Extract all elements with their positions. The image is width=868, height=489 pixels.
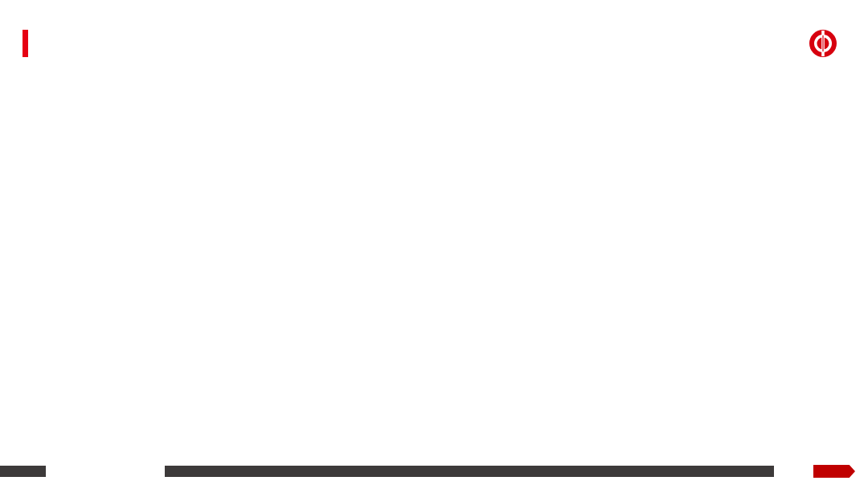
section-accent-bar xyxy=(23,30,28,57)
bullet-row xyxy=(24,97,32,109)
company-logo xyxy=(807,27,845,60)
alumina-futures-candlestick-chart xyxy=(23,270,424,467)
footer-bar-main xyxy=(165,466,774,477)
footer-bar-left xyxy=(0,466,46,477)
citic-logo-icon xyxy=(807,27,839,60)
smm-index-seasonality-chart xyxy=(438,281,860,454)
report-slide xyxy=(0,0,868,489)
smm-index-trend-chart xyxy=(438,98,860,255)
page-number-badge xyxy=(813,465,855,478)
